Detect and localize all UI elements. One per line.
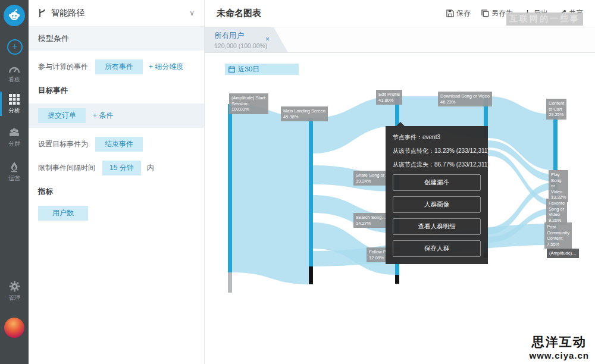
sankey-node-bar[interactable] [309, 118, 313, 266]
grid-icon [9, 94, 20, 105]
sankey-node-bar[interactable] [228, 272, 232, 293]
interval-row: 限制事件间隔时间 15 分钟 内 [29, 161, 204, 175]
app-rail: + 看板 分析 分群 [0, 0, 29, 364]
add-icon[interactable]: + [7, 39, 23, 55]
end-event-chip[interactable]: 结束事件 [95, 137, 143, 152]
save-label: 保存 [456, 8, 471, 18]
metric-header: 指标 [29, 187, 204, 197]
calendar-icon [228, 66, 235, 73]
watermark-url: www.ciya.cn [530, 350, 589, 360]
sankey-node-bar[interactable] [228, 104, 232, 272]
submit-order-chip[interactable]: 提交订单 [38, 108, 86, 123]
people-group-icon [8, 127, 20, 138]
target-event-header: 目标事件 [29, 86, 204, 96]
participate-events-row: 参与计算的事件 所有事件 + 细分维度 [29, 59, 204, 74]
set-target-label: 设置目标事件为 [38, 139, 88, 149]
app-logo[interactable] [4, 5, 25, 26]
sankey-node-bar[interactable] [553, 114, 558, 170]
user-avatar[interactable] [4, 318, 24, 338]
main-content: 未命名图表 保存 另存为 [205, 0, 595, 364]
tab-label: 所有用户 [214, 31, 288, 41]
gauge-icon [8, 63, 20, 74]
save-button[interactable]: 保存 [446, 8, 471, 18]
rail-label: 看板 [8, 76, 20, 83]
sidebar-item-admin[interactable]: 管理 [0, 281, 29, 302]
sidebar-item-analysis[interactable]: 分析 [0, 94, 29, 115]
sidebar-title: 智能路径 [51, 8, 84, 18]
sidebar-item-segments[interactable]: 分群 [0, 127, 29, 148]
bottom-watermark: 思洋互动 www.ciya.cn [530, 334, 589, 360]
user-count-chip[interactable]: 用户数 [38, 206, 88, 221]
watermark-name: 思洋互动 [530, 334, 589, 350]
sankey-node-bar[interactable] [553, 224, 558, 245]
rail-label: 管理 [8, 294, 20, 301]
date-range-chip[interactable]: 近30日 [225, 64, 299, 75]
tab-bar: 所有用户 120,000 (100.00%) × [205, 27, 595, 53]
path-icon [38, 8, 46, 18]
node-churn-line: 从该节点流失：86.77% (233/12,311) [393, 161, 481, 169]
save-as-icon [481, 10, 489, 17]
participate-label: 参与计算的事件 [38, 62, 88, 72]
all-events-chip[interactable]: 所有事件 [95, 59, 143, 74]
rail-label: 分析 [8, 107, 20, 114]
page-title: 未命名图表 [217, 8, 261, 19]
tab-count: 120,000 (100.00%) [214, 42, 288, 49]
create-funnel-button[interactable]: 创建漏斗 [393, 174, 481, 191]
save-icon [446, 10, 454, 17]
section-title: 模型条件 [29, 27, 204, 51]
metric-row: 用户数 [29, 206, 204, 221]
interval-label: 限制事件间隔时间 [38, 163, 95, 173]
sankey-node-bar[interactable] [309, 266, 313, 284]
date-range-label: 近30日 [238, 65, 259, 74]
view-audience-detail-button[interactable]: 查看人群明细 [393, 218, 481, 235]
interval-suffix: 内 [147, 163, 154, 173]
model-sidebar: 智能路径 ∨ 模型条件 参与计算的事件 所有事件 + 细分维度 目标事件 提交订… [29, 0, 205, 364]
gear-icon [9, 281, 20, 292]
close-icon[interactable]: × [265, 35, 270, 43]
sidebar-item-dashboard[interactable]: 看板 [0, 63, 29, 84]
sankey-node-bar[interactable] [553, 200, 558, 221]
set-target-row: 设置目标事件为 结束事件 [29, 137, 204, 152]
add-condition-link[interactable]: + 条件 [93, 111, 113, 121]
node-convert-line: 从该节点转化：13.23% (233/12,311) [393, 147, 481, 155]
tab-all-users[interactable]: 所有用户 120,000 (100.00%) [205, 27, 288, 52]
add-dimension-link[interactable]: + 细分维度 [149, 62, 183, 72]
target-event-row: 提交订单 + 条件 [29, 103, 204, 128]
save-audience-button[interactable]: 保存人群 [393, 240, 481, 257]
rail-label: 运营 [8, 175, 20, 181]
node-tooltip: 节点事件：event3 从该节点转化：13.23% (233/12,311) 从… [386, 126, 488, 264]
flame-icon [10, 162, 19, 172]
rail-label: 分群 [8, 140, 20, 147]
node-event-line: 节点事件：event3 [393, 133, 481, 142]
sankey-node-bar[interactable] [395, 275, 399, 284]
top-watermark: 互联网的一些事 [506, 12, 583, 26]
audience-profile-button[interactable]: 人群画像 [393, 196, 481, 213]
sankey-node-bar[interactable] [553, 174, 558, 196]
sidebar-header: 智能路径 ∨ [29, 0, 204, 27]
sidebar-item-operations[interactable]: 运营 [0, 162, 29, 183]
interval-chip[interactable]: 15 分钟 [102, 161, 141, 175]
chevron-down-icon[interactable]: ∨ [189, 9, 195, 17]
product-logo-icon [7, 8, 21, 23]
